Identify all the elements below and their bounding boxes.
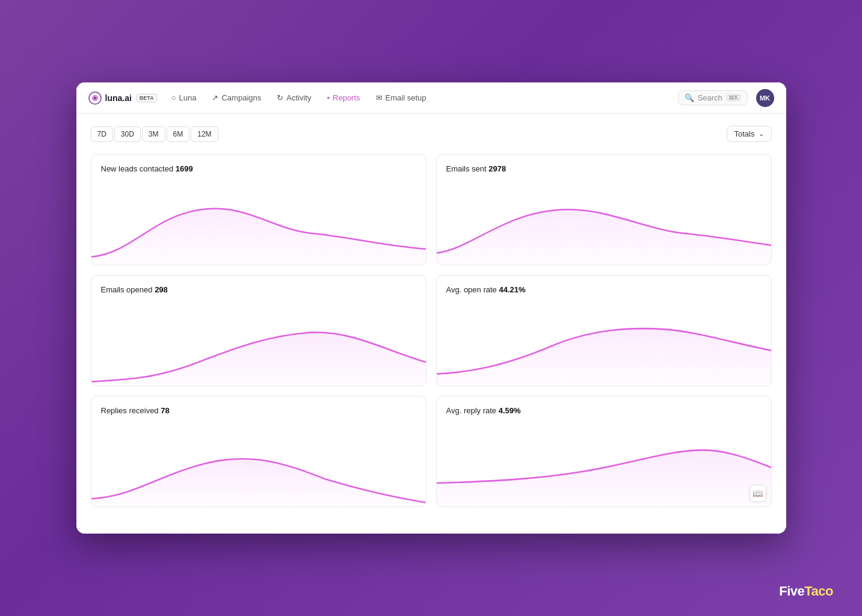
chart-new-leads: New leads contacted 1699 bbox=[91, 154, 426, 265]
main-content: 7D 30D 3M 6M 12M Totals ⌄ New leads cont… bbox=[76, 114, 786, 534]
nav-item-luna[interactable]: ○ Luna bbox=[165, 90, 203, 105]
chart-avg-reply-rate: Avg. reply rate 4.59% bbox=[436, 396, 772, 507]
chart-avg-open-rate-area bbox=[437, 307, 771, 386]
chart-emails-opened-area bbox=[91, 307, 426, 386]
campaigns-nav-icon: ↗ bbox=[212, 93, 218, 102]
nav-label-activity: Activity bbox=[286, 93, 311, 102]
user-avatar[interactable]: MK bbox=[756, 89, 774, 107]
beta-badge: BETA bbox=[137, 94, 157, 102]
chart-emails-opened: Emails opened 298 bbox=[91, 275, 426, 386]
chart-avg-reply-rate-area bbox=[437, 428, 771, 507]
luna-logo-icon bbox=[88, 91, 102, 105]
nav-label-campaigns: Campaigns bbox=[221, 93, 261, 102]
logo-area: luna.ai BETA bbox=[88, 91, 157, 105]
reports-nav-icon: ▪ bbox=[327, 93, 330, 102]
chart-replies-received-title: Replies received 78 bbox=[101, 406, 416, 415]
nav-item-email-setup[interactable]: ✉ Email setup bbox=[370, 90, 433, 105]
time-filter-30d[interactable]: 30D bbox=[114, 126, 141, 142]
nav-label-email-setup: Email setup bbox=[386, 93, 426, 102]
book-help-button[interactable]: 📖 bbox=[750, 485, 766, 502]
chart-avg-reply-rate-title: Avg. reply rate 4.59% bbox=[446, 406, 762, 415]
toolbar: 7D 30D 3M 6M 12M Totals ⌄ bbox=[91, 126, 772, 142]
nav-item-activity[interactable]: ↻ Activity bbox=[271, 90, 317, 105]
chart-new-leads-area bbox=[91, 186, 426, 265]
chart-replies-received: Replies received 78 bbox=[91, 396, 426, 507]
chevron-down-icon: ⌄ bbox=[759, 130, 764, 138]
chart-emails-sent: Emails sent 2978 bbox=[436, 154, 772, 265]
nav-label-luna: Luna bbox=[179, 93, 197, 102]
avatar-initials: MK bbox=[760, 94, 770, 102]
chart-replies-received-area bbox=[91, 428, 426, 507]
time-filter-3m[interactable]: 3M bbox=[142, 126, 165, 142]
search-label: Search bbox=[698, 93, 722, 102]
svg-point-2 bbox=[94, 97, 96, 99]
nav-item-campaigns[interactable]: ↗ Campaigns bbox=[206, 90, 267, 105]
app-window: luna.ai BETA ○ Luna ↗ Campaigns ↻ Activi… bbox=[76, 82, 786, 534]
chart-emails-sent-area bbox=[437, 186, 771, 265]
time-filter-7d[interactable]: 7D bbox=[91, 126, 113, 142]
email-setup-nav-icon: ✉ bbox=[376, 93, 383, 102]
search-bar[interactable]: 🔍 Search ⌘K bbox=[678, 90, 748, 105]
app-logo-text: luna.ai bbox=[105, 93, 132, 103]
chart-emails-sent-title: Emails sent 2978 bbox=[446, 164, 762, 173]
chart-new-leads-title: New leads contacted 1699 bbox=[101, 164, 416, 173]
search-icon: 🔍 bbox=[685, 93, 694, 102]
book-icon: 📖 bbox=[753, 488, 763, 498]
navbar: luna.ai BETA ○ Luna ↗ Campaigns ↻ Activi… bbox=[76, 82, 786, 114]
brand-part1: Five bbox=[779, 584, 804, 599]
chart-emails-opened-title: Emails opened 298 bbox=[101, 285, 416, 294]
brand-part2: Taco bbox=[804, 584, 833, 599]
time-filter-group: 7D 30D 3M 6M 12M bbox=[91, 126, 218, 142]
luna-nav-icon: ○ bbox=[171, 93, 176, 102]
fivetaco-branding: FiveTaco bbox=[779, 584, 833, 599]
search-shortcut: ⌘K bbox=[726, 94, 741, 102]
time-filter-12m[interactable]: 12M bbox=[191, 126, 218, 142]
chart-avg-open-rate: Avg. open rate 44.21% bbox=[436, 275, 772, 386]
time-filter-6m[interactable]: 6M bbox=[167, 126, 190, 142]
totals-dropdown[interactable]: Totals ⌄ bbox=[727, 126, 772, 142]
charts-grid: New leads contacted 1699 bbox=[91, 154, 772, 507]
activity-nav-icon: ↻ bbox=[277, 93, 283, 102]
nav-label-reports: Reports bbox=[333, 93, 360, 102]
chart-avg-open-rate-title: Avg. open rate 44.21% bbox=[446, 285, 762, 294]
totals-label: Totals bbox=[734, 129, 755, 138]
nav-item-reports[interactable]: ▪ Reports bbox=[321, 90, 366, 105]
